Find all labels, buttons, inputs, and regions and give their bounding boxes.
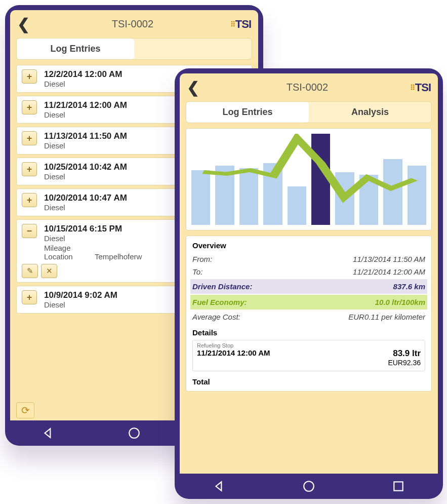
entry-info: 10/20/2014 10:47 AM Diesel: [44, 193, 127, 212]
overview-avg-value: EUR0.11 per kilometer: [348, 313, 425, 321]
entry-type: Diesel: [44, 172, 127, 181]
refresh-button[interactable]: ⟳: [16, 402, 34, 418]
analysis-panel: Overview From: 11/13/2014 11:50 AM To: 1…: [186, 128, 432, 468]
expand-icon[interactable]: +: [22, 290, 37, 304]
svg-rect-5: [394, 482, 402, 490]
entry-date: 11/13/2014 11:50 AM: [44, 131, 127, 141]
overview-to-label: To:: [192, 267, 202, 276]
stop-label: Refueling Stop: [197, 342, 421, 348]
entry-info: 11/21/2014 12:00 AM Diesel: [44, 100, 127, 119]
tab-analysis[interactable]: Analysis: [309, 102, 431, 123]
back-button[interactable]: ❮: [17, 15, 35, 33]
overview-to: To: 11/21/2014 12:00 AM: [192, 265, 425, 278]
tabs: Log Entries Analysis: [186, 101, 432, 123]
total-label: Total: [192, 377, 425, 386]
entry-date: 12/2/2014 12:00 AM: [44, 69, 122, 80]
overview-fuel: Fuel Economy: 10.0 ltr/100km: [190, 295, 427, 309]
overview-to-value: 11/21/2014 12:00 AM: [353, 267, 425, 276]
overview-driven-label: Driven Distance:: [192, 282, 252, 291]
fuel-chart[interactable]: [191, 134, 426, 225]
entry-type: Diesel: [44, 234, 142, 243]
svg-point-1: [129, 428, 139, 438]
entry-type: Diesel: [44, 80, 122, 88]
entry-info: 12/2/2014 12:00 AM Diesel: [44, 69, 122, 88]
entry-type: Diesel: [44, 300, 117, 309]
stop-cost: EUR92.36: [388, 359, 421, 367]
nav-home-icon[interactable]: [128, 427, 141, 440]
location-value: Tempelhoferw: [95, 252, 142, 261]
mileage-value: [95, 244, 142, 252]
overview-from-label: From:: [192, 255, 212, 263]
overview-title: Overview: [192, 241, 425, 250]
tabs: Log Entries: [16, 38, 252, 60]
edit-icon[interactable]: ✎: [22, 264, 38, 278]
overview-avg-label: Average Cost:: [192, 313, 240, 321]
tsi-logo: TSI: [230, 18, 251, 31]
overview-fuel-label: Fuel Economy:: [192, 298, 247, 306]
tab-log-entries[interactable]: Log Entries: [186, 102, 309, 123]
entry-type: Diesel: [44, 141, 127, 150]
overview-driven: Driven Distance: 837.6 km: [190, 279, 427, 294]
chart-container: [186, 128, 432, 230]
expand-icon[interactable]: +: [22, 131, 37, 145]
entry-type: Diesel: [44, 203, 127, 212]
svg-marker-0: [45, 429, 51, 437]
entry-info: 10/25/2014 10:42 AM Diesel: [44, 162, 127, 181]
expand-icon[interactable]: +: [22, 69, 37, 84]
entry-info: 10/15/2014 6:15 PM Diesel Mileage Locati…: [44, 224, 142, 261]
page-title: TSI-0002: [205, 82, 410, 93]
page-title: TSI-0002: [35, 18, 230, 30]
header: ❮ TSI-0002 TSI: [180, 73, 438, 99]
overview-driven-value: 837.6 km: [393, 282, 425, 291]
entry-date: 11/21/2014 12:00 AM: [44, 100, 127, 110]
android-navbar: [175, 474, 443, 499]
entry-info: 10/9/2014 9:02 AM Diesel: [44, 290, 117, 309]
nav-recent-icon[interactable]: [392, 480, 405, 493]
expand-icon[interactable]: +: [22, 100, 37, 114]
refueling-stop[interactable]: Refueling Stop 11/21/2014 12:00 AM 83.9 …: [192, 340, 425, 371]
details-section: Details Refueling Stop 11/21/2014 12:00 …: [192, 328, 425, 386]
entry-date: 10/25/2014 10:42 AM: [44, 162, 127, 172]
stop-date: 11/21/2014 12:00 AM: [197, 348, 270, 357]
overview-avg: Average Cost: EUR0.11 per kilometer: [192, 311, 425, 323]
expand-icon[interactable]: +: [22, 162, 37, 176]
svg-point-4: [304, 481, 314, 491]
entry-type: Diesel: [44, 110, 127, 119]
expand-icon[interactable]: +: [22, 193, 37, 207]
svg-marker-3: [216, 482, 222, 490]
back-button[interactable]: ❮: [187, 79, 205, 96]
entry-date: 10/15/2014 6:15 PM: [44, 224, 142, 234]
overview-from: From: 11/13/2014 11:50 AM: [192, 253, 425, 265]
nav-back-icon[interactable]: [42, 427, 55, 440]
entry-details: Mileage Location Tempelhoferw: [44, 244, 142, 261]
screen-analysis: ❮ TSI-0002 TSI Log Entries Analysis Over…: [180, 73, 438, 474]
overview-box: Overview From: 11/13/2014 11:50 AM To: 1…: [186, 236, 432, 392]
mobile-device-analysis: ❮ TSI-0002 TSI Log Entries Analysis Over…: [175, 68, 443, 499]
tsi-logo: TSI: [410, 81, 431, 94]
collapse-icon[interactable]: −: [22, 224, 37, 238]
delete-icon[interactable]: ✕: [41, 264, 57, 278]
details-title: Details: [192, 328, 425, 337]
refresh-icon: ⟳: [21, 404, 30, 416]
overview-fuel-value: 10.0 ltr/100km: [375, 298, 425, 306]
entry-info: 11/13/2014 11:50 AM Diesel: [44, 131, 127, 150]
nav-home-icon[interactable]: [302, 480, 315, 493]
overview-from-value: 11/13/2014 11:50 AM: [353, 255, 425, 263]
tab-log-entries[interactable]: Log Entries: [17, 38, 134, 59]
mileage-label: Mileage: [44, 244, 95, 252]
location-label: Location: [44, 252, 95, 261]
entry-date: 10/9/2014 9:02 AM: [44, 290, 117, 300]
entry-date: 10/20/2014 10:47 AM: [44, 193, 127, 203]
stop-amount: 83.9 ltr: [388, 348, 421, 359]
header: ❮ TSI-0002 TSI: [10, 10, 258, 36]
nav-back-icon[interactable]: [213, 480, 226, 493]
